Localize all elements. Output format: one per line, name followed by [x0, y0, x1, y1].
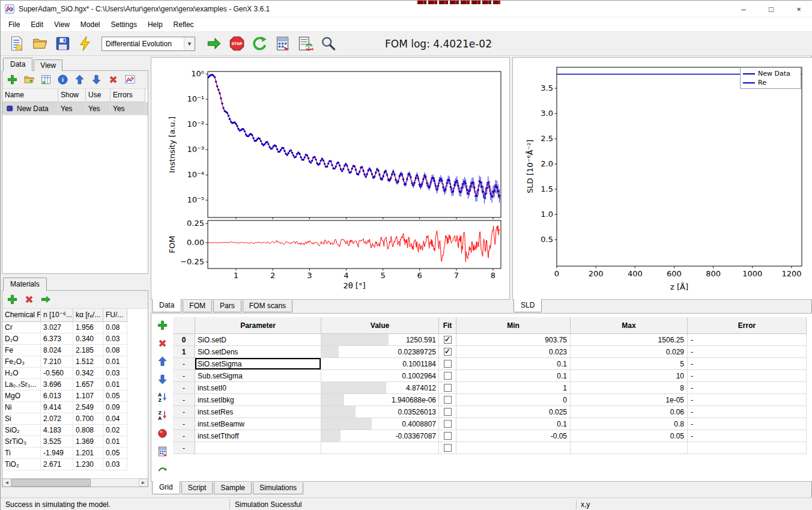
scan-fom-icon[interactable] [155, 462, 169, 476]
min-cell[interactable]: 0.1 [456, 418, 571, 430]
project-fom-icon[interactable] [155, 444, 169, 458]
row-index-cell[interactable]: - [173, 370, 195, 382]
fit-cell[interactable] [439, 442, 456, 454]
fit-cell[interactable] [439, 358, 456, 370]
parameter-cell[interactable]: inst.setBeamw [195, 418, 321, 430]
fit-checkbox[interactable] [444, 396, 452, 404]
fit-checkbox[interactable] [444, 432, 452, 440]
material-row[interactable]: SrTiO₃3.5251.3690.01 [2, 436, 148, 448]
grid-header-index[interactable] [173, 317, 195, 334]
value-cell[interactable]: 0.02389725 [321, 346, 439, 358]
resume-fit-icon[interactable] [250, 35, 268, 53]
save-model-icon[interactable] [53, 35, 71, 53]
material-row[interactable]: Si2.0720.7000.04 [2, 413, 148, 425]
tab-fom-scans[interactable]: FOM scans [243, 300, 292, 312]
error-cell[interactable]: - [688, 430, 807, 442]
max-cell[interactable]: 0.029 [571, 346, 688, 358]
value-cell[interactable]: 4.874012 [321, 382, 439, 394]
maximize-button[interactable]: □ [757, 1, 785, 17]
tab-simulations[interactable]: Simulations [253, 482, 303, 494]
fit-cell[interactable]: ✓ [439, 334, 456, 346]
tab-script[interactable]: Script [181, 482, 213, 494]
parameter-cell[interactable]: inst.setTthoff [195, 430, 321, 442]
fit-cell[interactable] [439, 418, 456, 430]
new-model-icon[interactable] [8, 35, 26, 53]
delete-row-icon[interactable] [155, 336, 169, 350]
move-down-icon[interactable] [89, 73, 103, 87]
parameter-cell[interactable]: SiO.setD [195, 334, 321, 346]
fit-cell[interactable]: ✓ [439, 346, 456, 358]
error-cell[interactable]: - [688, 370, 807, 382]
value-cell[interactable]: 0.4008807 [321, 418, 439, 430]
max-cell[interactable]: 8 [571, 382, 688, 394]
min-cell[interactable]: 0 [456, 394, 571, 406]
grid-row[interactable]: -inst.setI04.87401218- [173, 382, 807, 394]
value-slider-bar[interactable] [321, 394, 344, 405]
value-cell[interactable]: 1.940688e-06 [321, 394, 439, 406]
open-model-icon[interactable] [31, 35, 49, 53]
parameter-cell[interactable] [195, 442, 321, 454]
add-material-icon[interactable] [5, 293, 19, 307]
parameter-cell[interactable]: inst.setRes [195, 406, 321, 418]
min-cell[interactable]: -0.05 [456, 430, 571, 442]
grid-row[interactable]: -inst.setRes0.035260130.0250.06- [173, 406, 807, 418]
row-index-cell[interactable]: - [173, 418, 195, 430]
material-row[interactable]: Fe8.0242.1850.08 [2, 345, 148, 356]
tab-fom[interactable]: FOM [183, 300, 212, 312]
max-cell[interactable]: 0.8 [571, 418, 688, 430]
simulate-icon[interactable] [76, 35, 94, 53]
start-fit-icon[interactable] [205, 35, 223, 53]
value-slider-bar[interactable] [321, 430, 341, 442]
sort-asc-icon[interactable]: AZ [155, 390, 169, 404]
material-row[interactable]: Ti-1.9491.2010.05 [2, 448, 148, 459]
error-cell[interactable]: - [688, 382, 807, 394]
grid-header-min[interactable]: Min [456, 317, 571, 334]
row-index-cell[interactable]: - [173, 430, 195, 442]
value-cell[interactable] [321, 442, 439, 454]
tab-data[interactable]: Data [152, 299, 181, 312]
row-index-cell[interactable]: - [173, 442, 195, 454]
grid-header-parameter[interactable]: Parameter [195, 317, 321, 334]
tab-view[interactable]: View [34, 59, 62, 71]
error-cell[interactable]: - [688, 406, 807, 418]
min-cell[interactable]: 0.025 [456, 406, 571, 418]
close-button[interactable]: × [785, 1, 812, 17]
error-cell[interactable] [688, 442, 807, 454]
import-data-icon[interactable] [38, 73, 53, 87]
max-cell[interactable]: 0.06 [571, 406, 688, 418]
parameter-cell[interactable]: SiO.setSigma [195, 358, 321, 370]
row-index-cell[interactable]: - [173, 406, 195, 418]
value-slider-bar[interactable] [321, 382, 386, 393]
menu-reflec[interactable]: Reflec [168, 18, 199, 31]
plot-data-icon[interactable] [123, 73, 137, 87]
row-index-cell[interactable]: - [173, 382, 195, 394]
value-cell[interactable]: 0.1001184 [321, 358, 439, 370]
material-row[interactable]: Cr3.0271.9560.08 [2, 322, 148, 333]
fit-checkbox[interactable] [444, 408, 452, 416]
sort-desc-icon[interactable]: ZA [155, 408, 169, 422]
row-index-cell[interactable]: - [173, 394, 195, 406]
move-row-up-icon[interactable] [155, 354, 169, 368]
parameter-grid[interactable]: ParameterValueFitMinMaxError0SiO.setD125… [173, 317, 807, 454]
fit-checkbox[interactable]: ✓ [444, 336, 452, 344]
min-cell[interactable]: 0.023 [456, 346, 571, 358]
grid-row[interactable]: -inst.setBeamw0.40088070.10.8- [173, 418, 807, 430]
parameter-cell[interactable]: inst.setI0 [195, 382, 321, 394]
reflectivity-plot[interactable]: Instnsity [a.u.] FOM 2θ [°] 10⁰10⁻¹10⁻²1… [151, 57, 510, 300]
menu-help[interactable]: Help [142, 18, 168, 31]
fit-cell[interactable] [439, 406, 456, 418]
calc-error-icon[interactable] [296, 35, 314, 53]
solver-select[interactable]: Differential Evolution ▼ [102, 37, 195, 51]
error-cell[interactable]: - [688, 334, 807, 346]
material-row[interactable]: Ni9.4142.5490.09 [2, 402, 148, 413]
fit-cell[interactable] [439, 430, 456, 442]
data-series-row[interactable]: New DataYesYesYes [2, 102, 148, 115]
delete-data-icon[interactable] [106, 73, 120, 87]
menu-edit[interactable]: Edit [25, 18, 49, 31]
add-row-icon[interactable] [155, 318, 169, 332]
tab-pars[interactable]: Pars [213, 300, 241, 312]
max-cell[interactable]: 1506.25 [571, 334, 688, 346]
material-row[interactable]: MgO6.0131.1070.05 [2, 390, 148, 402]
stop-fit-icon[interactable]: STOP [228, 35, 246, 53]
material-row[interactable]: D₂O6.3730.3400.03 [2, 333, 148, 345]
